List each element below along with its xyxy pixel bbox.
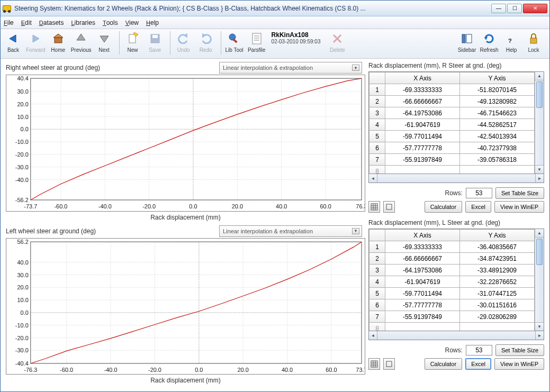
refresh-button[interactable]: Refresh (480, 31, 499, 53)
menu-libraries[interactable]: Libraries (71, 19, 95, 26)
svg-marker-5 (100, 36, 109, 42)
svg-text:-40.0: -40.0 (15, 176, 29, 183)
plot-right[interactable]: -73.7-60.0-40.0-20.00.020.040.060.076.3-… (6, 75, 365, 212)
svg-marker-1 (33, 35, 39, 42)
lock-button[interactable]: Lock (524, 31, 543, 53)
home-button[interactable]: Home (49, 31, 68, 53)
scrollbar-vertical[interactable]: ▲▼ (535, 229, 544, 331)
maximize-button[interactable]: ☐ (507, 4, 522, 13)
svg-rect-14 (253, 33, 261, 44)
scrollbar-horizontal[interactable]: ◄► (368, 331, 544, 340)
menu-tools[interactable]: Tools (103, 19, 118, 26)
rows-input-left[interactable] (466, 345, 492, 355)
app-icon (3, 5, 11, 12)
svg-text:40.0: 40.0 (282, 367, 293, 373)
menu-view[interactable]: View (125, 19, 139, 26)
table-row[interactable]: 1-69.33333333-36.40835667 (369, 241, 535, 253)
svg-text:0.0: 0.0 (189, 203, 197, 209)
svg-rect-65 (31, 78, 362, 200)
svg-text:40.0: 40.0 (17, 259, 29, 265)
interp-combo-left[interactable]: Linear interpolation & extrapolation▼ (219, 225, 362, 237)
svg-text:0.0: 0.0 (21, 309, 29, 315)
plot-title-left: Left wheel steer at ground (deg) (6, 227, 96, 235)
box-icon-button[interactable] (383, 358, 395, 370)
set-table-size-left[interactable]: Set Table Size (495, 344, 544, 356)
svg-text:-40.0: -40.0 (104, 367, 118, 373)
svg-marker-22 (484, 37, 488, 40)
rows-input-right[interactable] (466, 188, 492, 198)
svg-text:-30.0: -30.0 (15, 164, 29, 170)
table-row[interactable]: 7-55.91397849-39.05786318 (369, 154, 535, 166)
libtool-button[interactable]: Lib Tool (225, 31, 244, 53)
table-right: X AxisY Axis1-69.33333333-51.820701452-6… (368, 71, 544, 174)
table-row[interactable]: 8 (369, 323, 535, 331)
table-row[interactable]: 6-57.77777778-40.72377938 (369, 142, 535, 154)
calculator-button-left[interactable]: Calculator (425, 358, 463, 370)
table-row[interactable]: 1-69.33333333-51.82070145 (369, 84, 535, 96)
calculator-button-right[interactable]: Calculator (425, 201, 463, 213)
table-row[interactable]: 7-55.91397849-29.02806289 (369, 311, 535, 323)
table-row[interactable]: 3-64.19753086-46.71546623 (369, 107, 535, 119)
parsfile-button[interactable]: Parsfile (247, 31, 266, 53)
table-row[interactable]: 2-66.66666667-34.87423951 (369, 253, 535, 265)
rows-label: Rows: (445, 189, 463, 197)
forward-button[interactable]: Forward (26, 31, 46, 53)
redo-button[interactable]: Redo (196, 31, 215, 53)
svg-text:0.0: 0.0 (195, 367, 203, 373)
plot-left[interactable]: -76.3-60.0-40.0-20.00.020.040.060.073.7-… (6, 238, 365, 375)
menu-edit[interactable]: Edit (21, 19, 32, 26)
table-row[interactable]: 5-59.77011494-31.07447125 (369, 288, 535, 299)
table-row[interactable]: 3-64.19753086-33.48912909 (369, 265, 535, 276)
svg-text:-40.0: -40.0 (98, 203, 112, 209)
svg-text:-10.0: -10.0 (15, 322, 29, 328)
svg-text:76.3: 76.3 (356, 203, 365, 209)
save-button[interactable]: Save (146, 31, 165, 53)
sidebar-button[interactable]: Sidebar (457, 31, 476, 53)
chevron-down-icon: ▼ (352, 228, 359, 234)
svg-rect-6 (129, 34, 136, 43)
table-row[interactable]: 5-59.77011494-42.54013934 (369, 131, 535, 142)
grid-icon-button[interactable] (368, 201, 380, 213)
new-button[interactable]: New (123, 31, 142, 53)
excel-button-left[interactable]: Excel (465, 358, 491, 370)
excel-button-right[interactable]: Excel (465, 201, 491, 213)
grid-icon-button[interactable] (368, 358, 380, 370)
close-button[interactable]: ✕ (523, 4, 547, 13)
delete-button[interactable]: Delete (328, 31, 347, 53)
interp-combo-right[interactable]: Linear interpolation & extrapolation▼ (219, 62, 362, 74)
svg-text:0.0: 0.0 (21, 126, 29, 132)
svg-text:10.0: 10.0 (17, 113, 29, 120)
svg-rect-21 (466, 34, 472, 43)
table-row[interactable]: 4-61.9047619-32.22876652 (369, 276, 535, 288)
help-button[interactable]: ?Help (502, 31, 521, 53)
table-row[interactable]: 6-57.77777778-30.01151616 (369, 299, 535, 311)
titlebar: Steering System: Kinematics for 2 Wheels… (1, 1, 549, 16)
table-row[interactable]: 4-61.9047619-44.52862517 (369, 119, 535, 131)
previous-button[interactable]: Previous (71, 31, 92, 53)
svg-rect-118 (386, 361, 392, 367)
winep-button-right[interactable]: View in WinEP (494, 201, 544, 213)
table-title-left: Rack displacement (mm), L Steer at gnd. … (368, 219, 544, 226)
svg-text:60.0: 60.0 (326, 367, 337, 373)
svg-text:-76.3: -76.3 (24, 367, 37, 373)
set-table-size-right[interactable]: Set Table Size (495, 187, 544, 199)
scrollbar-vertical[interactable]: ▲▼ (535, 72, 544, 174)
svg-text:-30.0: -30.0 (15, 347, 29, 353)
svg-marker-4 (77, 34, 85, 40)
undo-button[interactable]: Undo (174, 31, 193, 53)
scrollbar-horizontal[interactable]: ◄► (368, 174, 544, 183)
table-row[interactable]: 2-66.66666667-49.13280982 (369, 96, 535, 107)
minimize-button[interactable]: — (491, 4, 506, 13)
menu-datasets[interactable]: Datasets (39, 19, 64, 26)
winep-button-left[interactable]: View in WinEP (494, 358, 544, 370)
box-icon-button[interactable] (383, 201, 395, 213)
svg-text:10.0: 10.0 (17, 297, 29, 303)
table-title-right: Rack displacement (mm), R Steer at gnd. … (368, 62, 544, 69)
back-button[interactable]: Back (4, 31, 23, 53)
next-button[interactable]: Next (95, 31, 114, 53)
svg-text:-20.0: -20.0 (148, 367, 161, 373)
svg-text:60.0: 60.0 (320, 203, 331, 209)
menu-help[interactable]: Help (146, 19, 159, 26)
menu-file[interactable]: File (4, 19, 14, 26)
table-row[interactable]: 8 (369, 166, 535, 174)
